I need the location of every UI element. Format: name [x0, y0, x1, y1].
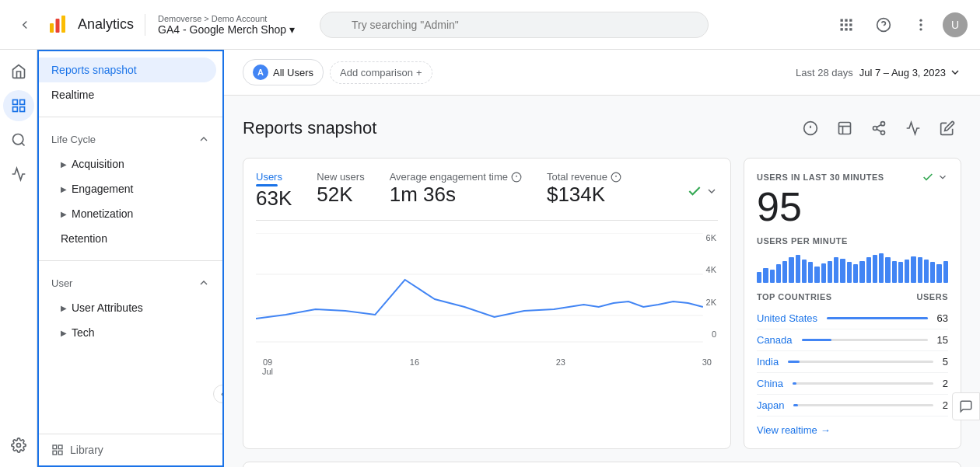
view-realtime-link[interactable]: View realtime → — [757, 424, 948, 436]
help-button[interactable] — [868, 9, 899, 40]
realtime-header-label: USERS IN LAST 30 MINUTES — [757, 173, 884, 182]
back-button[interactable] — [12, 12, 37, 37]
filter-bar: A All Users Add comparison + Last 28 day… — [224, 50, 980, 96]
rail-explore[interactable] — [3, 124, 34, 155]
customize-button[interactable] — [831, 114, 859, 142]
search-input[interactable] — [320, 12, 709, 38]
all-users-filter[interactable]: A All Users — [243, 59, 324, 85]
mini-bar — [840, 259, 845, 283]
page-title: Reports snapshot — [243, 118, 376, 138]
mini-bar — [892, 261, 897, 284]
country-row: Japan 2 — [757, 395, 948, 416]
rail-home[interactable] — [3, 56, 34, 87]
country-name[interactable]: Canada — [757, 334, 793, 346]
country-row: India 5 — [757, 351, 948, 373]
engagement-value: 1m 36s — [390, 183, 522, 207]
main-chart-card: Users 63K New users 52K Average engageme — [243, 158, 731, 449]
mini-bar — [853, 264, 858, 283]
more-options-button[interactable] — [905, 9, 936, 40]
svg-rect-7 — [841, 23, 843, 26]
comparison-button[interactable] — [899, 114, 927, 142]
mini-bars — [757, 252, 948, 283]
mini-bar — [808, 262, 813, 283]
chevron-right-icon: ▶ — [61, 329, 67, 337]
date-range-selector[interactable]: Jul 7 – Aug 3, 2023 — [859, 66, 961, 78]
lifecycle-section-header[interactable]: Life Cycle — [39, 127, 222, 152]
realtime-status[interactable] — [922, 171, 948, 183]
y-label-0: 0 — [706, 329, 716, 339]
svg-rect-24 — [53, 445, 57, 449]
country-bar-wrap — [788, 361, 933, 363]
svg-rect-1 — [56, 19, 60, 33]
sidebar-collapse-button[interactable]: ‹ — [213, 385, 224, 403]
share-button[interactable] — [865, 114, 893, 142]
country-bar — [788, 361, 800, 363]
sidebar-item-monetization[interactable]: ▶ Monetization — [39, 201, 222, 226]
users-value: 63K — [256, 186, 292, 211]
svg-rect-8 — [845, 23, 847, 26]
country-name[interactable]: India — [757, 356, 779, 368]
icon-rail — [0, 50, 37, 467]
svg-rect-5 — [845, 19, 847, 21]
countries-header: TOP COUNTRIES USERS — [757, 292, 948, 301]
sidebar-item-user-attributes[interactable]: ▶ User Attributes — [39, 295, 222, 320]
svg-point-34 — [881, 122, 885, 126]
country-name[interactable]: Japan — [757, 399, 784, 411]
svg-point-22 — [12, 134, 23, 145]
svg-rect-20 — [19, 107, 24, 112]
sidebar-item-retention[interactable]: Retention — [39, 226, 222, 251]
new-users-label[interactable]: New users — [317, 171, 364, 183]
sidebar-item-tech[interactable]: ▶ Tech — [39, 320, 222, 345]
add-comparison-button[interactable]: Add comparison + — [330, 61, 432, 84]
mini-bar — [796, 255, 800, 283]
avatar[interactable]: U — [943, 12, 968, 37]
mini-bar — [924, 260, 929, 283]
mini-bar — [770, 270, 775, 283]
feedback-button[interactable] — [952, 392, 980, 420]
svg-rect-31 — [839, 123, 851, 134]
svg-point-23 — [16, 444, 20, 448]
sidebar-item-reports-snapshot[interactable]: Reports snapshot — [39, 58, 216, 82]
sidebar-library[interactable]: Library — [39, 434, 222, 465]
country-name[interactable]: China — [757, 378, 783, 389]
mini-bar — [776, 264, 781, 283]
sidebar-item-engagement[interactable]: ▶ Engagement — [39, 176, 222, 201]
mini-bar — [828, 261, 832, 284]
country-name[interactable]: United States — [757, 312, 817, 324]
sidebar-item-realtime[interactable]: Realtime — [39, 82, 216, 107]
account-selector[interactable]: GA4 - Google Merch Shop ▾ — [158, 23, 295, 36]
sidebar: Reports snapshot Realtime Life Cycle ▶ A… — [37, 50, 224, 467]
svg-rect-4 — [841, 19, 843, 21]
svg-rect-2 — [61, 16, 65, 33]
edit-button[interactable] — [933, 114, 961, 142]
apps-button[interactable] — [831, 9, 862, 40]
insights-button[interactable] — [796, 114, 824, 142]
main-content: A All Users Add comparison + Last 28 day… — [224, 50, 980, 467]
rail-reports[interactable] — [3, 90, 34, 121]
mini-bar — [879, 253, 884, 283]
chevron-right-icon: ▶ — [61, 160, 67, 169]
page-actions — [796, 114, 961, 142]
users-label[interactable]: Users — [256, 171, 292, 183]
rail-advertising[interactable] — [3, 159, 34, 190]
country-count: 63 — [937, 312, 948, 324]
rail-settings[interactable] — [3, 430, 34, 461]
svg-rect-11 — [845, 28, 847, 30]
mini-bar — [943, 261, 948, 284]
country-count: 2 — [943, 399, 948, 411]
svg-rect-21 — [12, 107, 17, 112]
mini-bar — [789, 257, 793, 283]
country-bar — [827, 317, 927, 319]
svg-rect-12 — [849, 28, 852, 30]
mini-bar — [802, 260, 807, 283]
svg-rect-25 — [58, 445, 62, 449]
user-section-header[interactable]: User — [39, 270, 222, 295]
mini-bar — [763, 268, 768, 283]
y-label-2k: 2K — [706, 298, 716, 307]
mini-bar — [821, 263, 826, 283]
sidebar-item-acquisition[interactable]: ▶ Acquisition — [39, 152, 222, 176]
svg-rect-0 — [50, 23, 54, 33]
svg-point-16 — [919, 23, 922, 26]
svg-point-15 — [919, 19, 922, 21]
mini-bar — [930, 262, 935, 283]
